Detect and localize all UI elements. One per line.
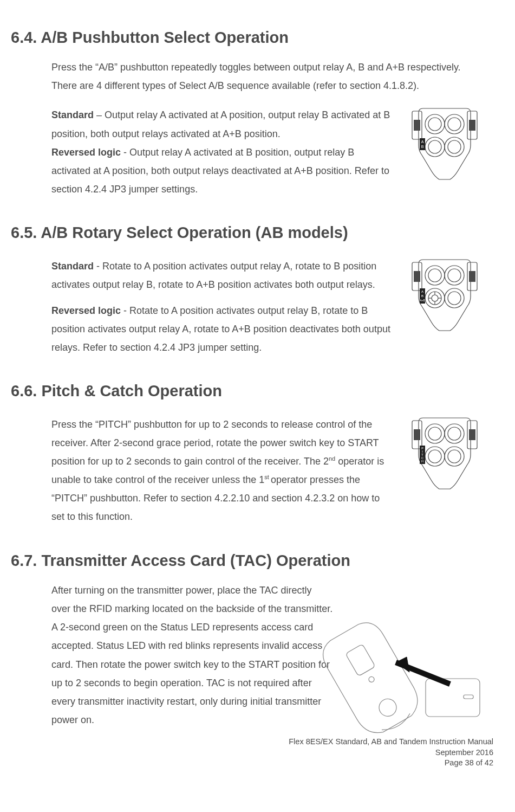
svg-point-29 — [448, 292, 461, 305]
fig-label-a: A — [421, 140, 424, 144]
bold-reversed: Reversed logic — [51, 147, 121, 158]
svg-point-20 — [448, 269, 461, 282]
p66-sup1: nd — [329, 455, 335, 462]
transmitter-top-pitch-icon: PITCH — [401, 415, 488, 491]
fig-label-pitch: PITCH — [421, 447, 423, 463]
svg-point-7 — [448, 118, 461, 131]
bold-reversed-65: Reversed logic — [51, 305, 121, 316]
svg-rect-53 — [464, 695, 473, 699]
text-standard-65-rest: - Rotate to A position activates output … — [51, 261, 376, 290]
transmitter-back-tac-icon — [304, 614, 488, 744]
svg-rect-3 — [469, 120, 475, 131]
fig-label-ab-65: A+B — [420, 299, 425, 302]
svg-rect-33 — [414, 429, 420, 440]
svg-rect-16 — [469, 271, 475, 282]
transmitter-top-ab-rotary-icon: A B A+B — [401, 257, 488, 333]
svg-point-5 — [428, 118, 441, 131]
svg-point-9 — [428, 140, 441, 153]
svg-rect-2 — [414, 120, 420, 131]
bold-standard-65: Standard — [51, 261, 94, 272]
text-standard-rest: – Output relay A activated at A position… — [51, 109, 390, 139]
p-6-6: Press the “PITCH” pushbutton for up to 2… — [51, 415, 393, 526]
svg-rect-15 — [414, 271, 420, 282]
heading-6-5: 6.5. A/B Rotary Select Operation (AB mod… — [11, 218, 493, 248]
svg-point-50 — [376, 695, 400, 719]
svg-text:H: H — [421, 460, 423, 463]
transmitter-top-ab-pushbutton-icon: A B — [401, 106, 488, 182]
p-6-4-standard-block: Standard – Output relay A activated at A… — [51, 106, 393, 198]
fig-label-a-65: A — [421, 290, 423, 293]
heading-6-4: 6.4. A/B Pushbutton Select Operation — [11, 23, 493, 53]
p-6-5-reversed: Reversed logic - Rotate to A position ac… — [51, 301, 393, 357]
svg-point-18 — [428, 269, 441, 282]
fig-label-b: B — [421, 145, 424, 149]
svg-rect-52 — [426, 679, 480, 717]
svg-point-38 — [448, 427, 461, 440]
svg-point-42 — [448, 450, 461, 463]
footer-line2: September 2016 — [11, 747, 493, 758]
svg-rect-49 — [345, 644, 375, 676]
heading-6-6: 6.6. Pitch & Catch Operation — [11, 376, 493, 406]
p-6-7: After turning on the transmitter power, … — [51, 581, 333, 730]
svg-point-40 — [428, 450, 441, 463]
svg-point-11 — [448, 140, 461, 153]
footer-line3: Page 38 of 42 — [11, 758, 493, 769]
bold-standard: Standard — [51, 109, 94, 120]
footer-line1: Flex 8ES/EX Standard, AB and Tandem Inst… — [11, 737, 493, 747]
fig-label-b-65: B — [421, 294, 423, 298]
svg-point-36 — [428, 427, 441, 440]
p66-sup2: st — [264, 474, 271, 480]
svg-rect-34 — [469, 429, 475, 440]
heading-6-7: 6.7. Transmitter Access Card (TAC) Opera… — [11, 546, 493, 576]
svg-point-23 — [432, 295, 438, 301]
p-6-4-intro: Press the “A/B” pushbutton repeatedly to… — [51, 58, 488, 95]
p-6-5-standard: Standard - Rotate to A position activate… — [51, 257, 393, 294]
svg-point-51 — [368, 675, 375, 683]
